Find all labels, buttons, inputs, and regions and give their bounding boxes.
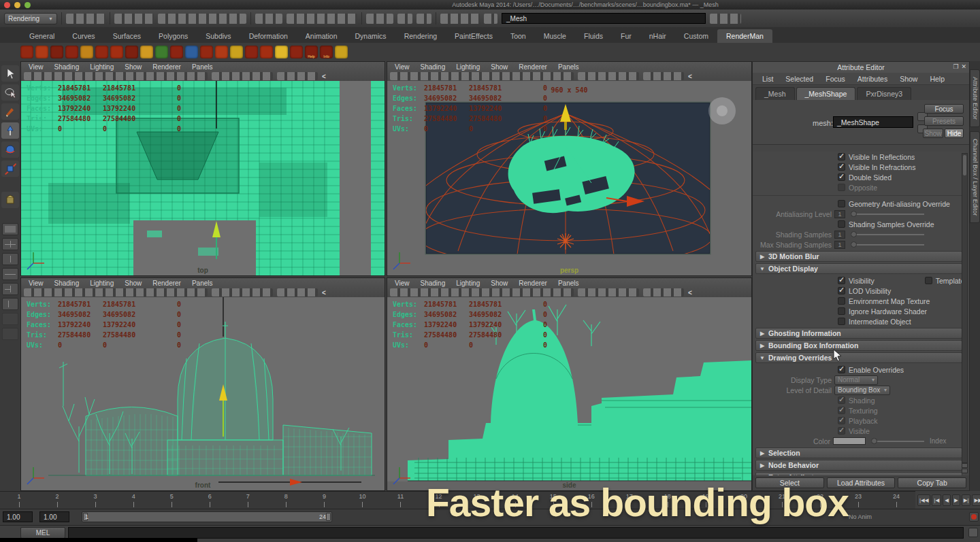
checkbox[interactable] <box>838 427 845 435</box>
shelf-icon[interactable] <box>230 46 243 58</box>
shelf-icon[interactable] <box>335 46 348 58</box>
panel-menu-item[interactable]: Shading <box>416 279 451 288</box>
ae-footer-button[interactable]: Copy Tab <box>898 477 966 488</box>
section-object-display[interactable]: ▼Object Display <box>755 263 962 274</box>
close-panel-icon[interactable]: ✕ <box>961 63 966 70</box>
max-shading-samples-field[interactable]: 1 <box>834 241 845 249</box>
panel-lighting-icons[interactable] <box>212 72 273 80</box>
timeline-tick[interactable]: 3 <box>76 492 114 509</box>
attribute-editor-titlebar[interactable]: Attribute Editor ❐✕ <box>753 62 969 73</box>
checkbox[interactable] <box>838 173 845 181</box>
viewport-persp[interactable]: ViewShadingLightingShowRendererPanels < <box>387 61 752 276</box>
shelf-icon[interactable] <box>260 46 273 58</box>
checkbox[interactable] <box>838 407 845 414</box>
layout-three-pane-button[interactable] <box>2 283 18 295</box>
shelf-tab[interactable]: Fluids <box>575 29 612 43</box>
ae-node-tab[interactable]: _MeshShape <box>796 87 856 100</box>
panel-share-icon[interactable]: < <box>688 289 692 297</box>
timeline-tick[interactable]: 2 <box>38 492 76 509</box>
checkbox[interactable] <box>838 153 845 160</box>
panel-menu-item[interactable]: View <box>390 279 414 288</box>
timeline-tick[interactable]: 11 <box>381 492 419 509</box>
panel-menu-item[interactable]: Panels <box>553 63 584 71</box>
node-name-field[interactable]: _MeshShape <box>833 116 913 128</box>
playback-button[interactable]: ▶| <box>962 494 971 506</box>
shelf-tab[interactable]: Fur <box>612 29 640 43</box>
select-tool-icon[interactable] <box>1 65 19 82</box>
focus-button[interactable]: Focus <box>924 104 964 114</box>
shelf-tab[interactable]: RenderMan <box>717 29 772 43</box>
shelf-tab[interactable]: Custom <box>675 29 717 43</box>
top-view-canvas[interactable]: Verts:21845781218457810 Edges:3469508234… <box>21 81 385 275</box>
side-view-canvas[interactable]: Verts:21845781218457810 Edges:3469508234… <box>387 297 751 490</box>
shelf-tab[interactable]: Dynamics <box>346 29 395 43</box>
shelf-icon[interactable]: Info <box>320 46 333 58</box>
panel-lighting-icons[interactable] <box>578 72 639 80</box>
layout-outliner-persp-button[interactable] <box>2 298 18 310</box>
panel-menu-item[interactable]: View <box>24 63 48 71</box>
shelf-icon[interactable] <box>185 46 198 58</box>
ae-menu-item[interactable]: List <box>757 74 779 84</box>
zoom-window-button[interactable] <box>24 2 31 8</box>
shelf-tab[interactable]: Deformation <box>240 29 297 43</box>
shading-samples-slider[interactable] <box>851 234 924 235</box>
shelf-icon[interactable] <box>155 46 168 58</box>
shelf-icon[interactable] <box>140 46 153 58</box>
shelf-tab[interactable]: Toon <box>502 29 535 43</box>
panel-camera-icons[interactable] <box>277 288 318 297</box>
visibility-checkbox[interactable] <box>838 277 845 284</box>
move-tool-icon[interactable] <box>1 122 19 139</box>
panel-menu-item[interactable]: Shading <box>50 63 84 71</box>
scale-tool-icon[interactable] <box>1 160 19 177</box>
panel-toolbar-icons[interactable] <box>390 72 574 80</box>
checkbox[interactable] <box>838 220 845 228</box>
panel-share-icon[interactable]: < <box>322 73 326 80</box>
playback-button[interactable]: ◀ <box>943 494 951 506</box>
section-drawing-overrides[interactable]: ▼Drawing Overrides <box>755 352 962 363</box>
render-buttons-group[interactable] <box>287 14 357 24</box>
layout-extra-button[interactable] <box>2 328 18 340</box>
auto-keyframe-toggle[interactable] <box>969 512 979 522</box>
persp-view-canvas[interactable]: Verts:21845781218457810 Edges:3469508234… <box>387 81 751 275</box>
template-checkbox[interactable] <box>925 277 932 284</box>
panel-menu-item[interactable]: Shading <box>416 63 451 71</box>
checkbox[interactable] <box>838 417 845 424</box>
panel-menu-item[interactable]: Lighting <box>451 279 485 288</box>
panel-menu-item[interactable]: Renderer <box>514 279 552 288</box>
snap-mode-buttons-group[interactable] <box>158 14 246 24</box>
animation-start-field[interactable]: 1.00 <box>3 511 33 522</box>
close-window-button[interactable] <box>4 2 10 8</box>
ae-scrollbar[interactable] <box>962 153 968 463</box>
timeline-tick[interactable]: 4 <box>114 492 152 509</box>
timeline-tick[interactable]: 8 <box>267 492 305 509</box>
panel-menu-item[interactable]: View <box>24 279 48 288</box>
ae-menu-item[interactable]: Selected <box>780 74 819 84</box>
viewport-front[interactable]: ViewShadingLightingShowRendererPanels < <box>20 277 385 491</box>
timeline-tick[interactable]: 6 <box>191 492 229 509</box>
panel-menu-item[interactable]: Renderer <box>514 63 552 71</box>
checkbox[interactable] <box>838 163 845 171</box>
menu-set-dropdown[interactable]: Rendering▼ <box>4 13 57 24</box>
shelf-icon[interactable] <box>275 46 288 58</box>
shelf-tab[interactable]: Subdivs <box>197 29 240 43</box>
shelf-icon[interactable] <box>35 46 48 58</box>
layout-two-pane-stacked-button[interactable] <box>2 268 18 280</box>
shelf-icon[interactable] <box>50 46 63 58</box>
panel-menu-item[interactable]: View <box>390 63 414 71</box>
render-view-button[interactable] <box>416 14 431 24</box>
panel-camera-icons[interactable] <box>643 288 684 297</box>
shelf-tab[interactable]: Rendering <box>395 29 446 43</box>
layout-two-pane-side-button[interactable] <box>2 253 18 265</box>
panel-menu-item[interactable]: Lighting <box>451 63 485 71</box>
section-selection[interactable]: ▶Selection <box>755 447 962 458</box>
minimize-window-button[interactable] <box>14 2 20 8</box>
panel-toolbar-icons[interactable] <box>24 288 208 297</box>
shelf-tab[interactable]: Muscle <box>535 29 575 43</box>
checkbox[interactable] <box>838 297 845 305</box>
checkbox[interactable] <box>838 396 845 404</box>
display-type-dropdown[interactable]: Normal <box>834 375 878 385</box>
panel-menu-item[interactable]: Show <box>486 279 512 288</box>
section-node-behavior[interactable]: ▶Node Behavior <box>755 460 962 471</box>
panel-share-icon[interactable]: < <box>688 73 692 80</box>
checkbox[interactable] <box>838 287 845 294</box>
